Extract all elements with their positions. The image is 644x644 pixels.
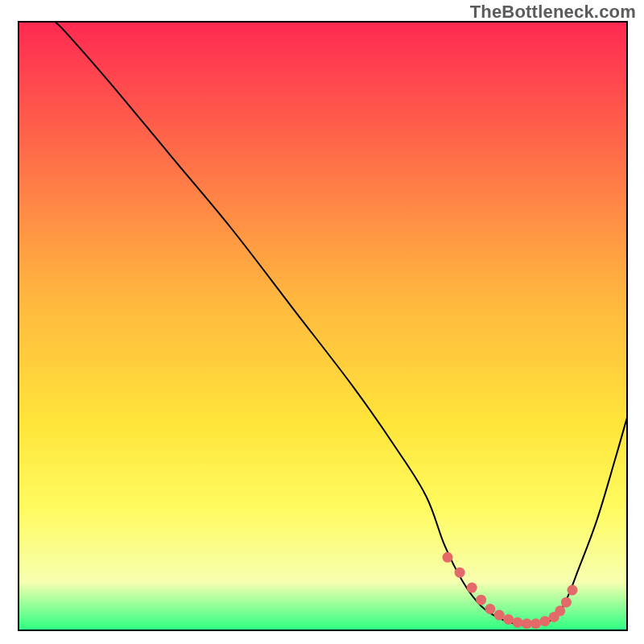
min-marker: [503, 614, 514, 625]
min-marker: [530, 618, 541, 629]
min-marker: [539, 616, 550, 626]
min-marker: [485, 604, 495, 614]
chart-svg: [0, 0, 644, 644]
min-marker: [455, 568, 465, 578]
min-marker: [512, 617, 522, 628]
min-marker: [494, 610, 505, 621]
min-marker: [522, 618, 532, 629]
min-marker: [555, 605, 565, 616]
min-marker: [561, 597, 572, 608]
min-marker: [476, 595, 486, 605]
chart-container: TheBottleneck.com: [0, 0, 644, 644]
min-marker: [443, 552, 453, 563]
min-marker: [467, 583, 477, 593]
watermark-text: TheBottleneck.com: [470, 2, 636, 23]
min-marker: [568, 585, 578, 596]
gradient-background: [19, 22, 627, 630]
